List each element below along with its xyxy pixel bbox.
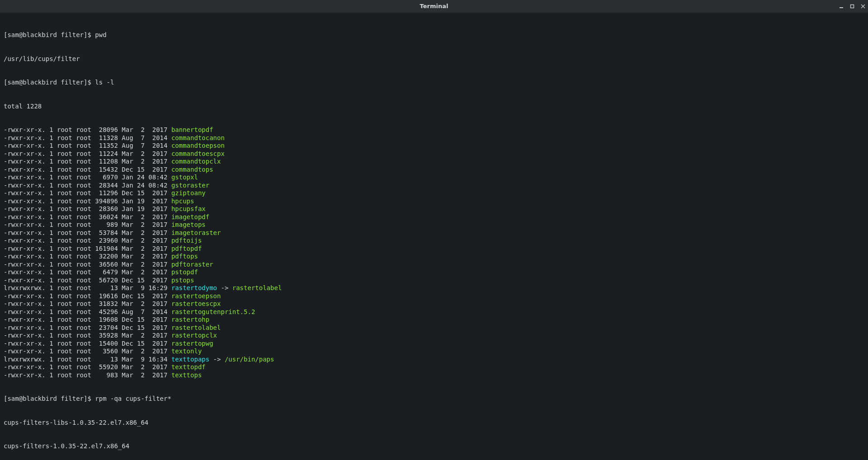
ls-row: -rwxr-xr-x. 1 root root 28096 Mar 2 2017… [4,126,864,134]
close-icon[interactable] [861,4,865,9]
file-name: pdftopdf [171,245,202,252]
file-meta: -rwxr-xr-x. 1 root root 55920 Mar 2 2017 [4,363,171,371]
file-name: pdftoraster [171,261,213,268]
command: rpm -qa cups-filter* [95,395,171,402]
symlink-arrow: -> [217,284,232,291]
ls-row: -rwxr-xr-x. 1 root root 56720 Dec 15 201… [4,277,864,285]
file-meta: -rwxr-xr-x. 1 root root 28360 Jan 19 201… [4,205,171,212]
ls-row: -rwxr-xr-x. 1 root root 11224 Mar 2 2017… [4,150,864,158]
ls-row: -rwxr-xr-x. 1 root root 15432 Dec 15 201… [4,166,864,174]
titlebar: Terminal [0,0,868,13]
terminal-area[interactable]: [sam@blackbird filter]$ pwd /usr/lib/cup… [0,13,868,460]
file-name: commandtoepson [171,142,225,149]
file-meta: -rwxr-xr-x. 1 root root 35928 Mar 2 2017 [4,332,171,339]
file-name: gstoraster [171,182,209,189]
output-line: total 1228 [4,103,864,111]
file-name: texttops [171,371,202,379]
symlink-target: rastertolabel [232,284,282,291]
prompt-line: [sam@blackbird filter]$ pwd [4,31,864,39]
ls-row: -rwxr-xr-x. 1 root root 394896 Jan 19 20… [4,197,864,206]
file-meta: -rwxr-xr-x. 1 root root 53784 Mar 2 2017 [4,229,171,236]
prompt: [sam@blackbird filter]$ [4,395,95,402]
file-name: commandtocanon [171,134,225,141]
ls-row: -rwxr-xr-x. 1 root root 19616 Dec 15 201… [4,292,864,300]
ls-row: -rwxr-xr-x. 1 root root 31832 Mar 2 2017… [4,300,864,308]
svg-rect-1 [851,5,854,8]
symlink-arrow: -> [209,356,225,363]
file-name: imagetopdf [171,213,209,221]
symlink-target: /usr/bin/paps [225,356,274,363]
file-name: hpcups [171,197,194,205]
ls-row: -rwxr-xr-x. 1 root root 32200 Mar 2 2017… [4,253,864,261]
ls-row: -rwxr-xr-x. 1 root root 3560 Mar 2 2017 … [4,347,864,356]
output-line: cups-filters-libs-1.0.35-22.el7.x86_64 [4,419,864,427]
file-name: rastertodymo [171,284,217,291]
prompt: [sam@blackbird filter]$ [4,31,95,38]
output-line: cups-filters-1.0.35-22.el7.x86_64 [4,442,864,451]
file-meta: -rwxr-xr-x. 1 root root 36560 Mar 2 2017 [4,261,171,268]
prompt: [sam@blackbird filter]$ [4,79,95,86]
file-meta: -rwxr-xr-x. 1 root root 11328 Aug 7 2014 [4,134,171,141]
ls-row: -rwxr-xr-x. 1 root root 989 Mar 2 2017 i… [4,221,864,229]
maximize-icon[interactable] [850,4,854,9]
ls-row: -rwxr-xr-x. 1 root root 11296 Dec 15 201… [4,189,864,197]
file-name: commandtops [171,166,213,173]
command: ls -l [95,79,114,86]
prompt-line: [sam@blackbird filter]$ ls -l [4,79,864,87]
file-meta: -rwxr-xr-x. 1 root root 161904 Mar 2 201… [4,245,171,252]
ls-row: -rwxr-xr-x. 1 root root 28344 Jan 24 08:… [4,182,864,190]
file-meta: -rwxr-xr-x. 1 root root 19616 Dec 15 201… [4,292,171,300]
file-meta: -rwxr-xr-x. 1 root root 6479 Mar 2 2017 [4,268,171,276]
file-meta: -rwxr-xr-x. 1 root root 28096 Mar 2 2017 [4,126,171,133]
ls-row: -rwxr-xr-x. 1 root root 6479 Mar 2 2017 … [4,268,864,277]
file-name: pdftops [171,253,198,260]
file-name: rastertopwg [171,340,213,347]
ls-row: -rwxr-xr-x. 1 root root 983 Mar 2 2017 t… [4,371,864,380]
file-meta: -rwxr-xr-x. 1 root root 31832 Mar 2 2017 [4,300,171,307]
file-name: commandtopclx [171,158,221,165]
file-name: pstopdf [171,268,198,276]
file-meta: -rwxr-xr-x. 1 root root 394896 Jan 19 20… [4,197,171,205]
ls-listing: -rwxr-xr-x. 1 root root 28096 Mar 2 2017… [4,126,864,379]
file-name: hpcupsfax [171,205,206,212]
file-name: rastertopclx [171,332,217,339]
ls-row: -rwxr-xr-x. 1 root root 19608 Dec 15 201… [4,316,864,324]
ls-row: -rwxr-xr-x. 1 root root 6970 Jan 24 08:4… [4,174,864,182]
window-controls [839,0,865,13]
file-meta: -rwxr-xr-x. 1 root root 36024 Mar 2 2017 [4,213,171,221]
ls-row: -rwxr-xr-x. 1 root root 11352 Aug 7 2014… [4,142,864,150]
file-meta: -rwxr-xr-x. 1 root root 45296 Aug 7 2014 [4,308,171,315]
command: pwd [95,31,106,38]
file-meta: -rwxr-xr-x. 1 root root 19608 Dec 15 201… [4,316,171,323]
ls-row: -rwxr-xr-x. 1 root root 36024 Mar 2 2017… [4,213,864,221]
file-meta: -rwxr-xr-x. 1 root root 15432 Dec 15 201… [4,166,171,173]
file-meta: -rwxr-xr-x. 1 root root 23704 Dec 15 201… [4,324,171,331]
ls-row: -rwxr-xr-x. 1 root root 45296 Aug 7 2014… [4,308,864,316]
prompt-line: [sam@blackbird filter]$ rpm -qa cups-fil… [4,395,864,403]
file-name: rastertolabel [171,324,221,331]
file-name: gstopxl [171,174,198,181]
ls-row: -rwxr-xr-x. 1 root root 161904 Mar 2 201… [4,245,864,253]
ls-row: -rwxr-xr-x. 1 root root 23704 Dec 15 201… [4,324,864,332]
ls-row: -rwxr-xr-x. 1 root root 55920 Mar 2 2017… [4,363,864,371]
file-meta: -rwxr-xr-x. 1 root root 11224 Mar 2 2017 [4,150,171,157]
file-meta: -rwxr-xr-x. 1 root root 23960 Mar 2 2017 [4,237,171,244]
file-name: texttopdf [171,363,206,371]
output-line: /usr/lib/cups/filter [4,55,864,63]
file-name: pstops [171,277,194,284]
file-meta: -rwxr-xr-x. 1 root root 989 Mar 2 2017 [4,221,171,228]
file-meta: -rwxr-xr-x. 1 root root 6970 Jan 24 08:4… [4,174,171,181]
ls-row: -rwxr-xr-x. 1 root root 11208 Mar 2 2017… [4,158,864,166]
file-name: pdftoijs [171,237,202,244]
file-meta: -rwxr-xr-x. 1 root root 15400 Dec 15 201… [4,340,171,347]
file-name: gziptoany [171,189,206,197]
file-name: imagetops [171,221,206,228]
file-meta: lrwxrwxrwx. 1 root root 13 Mar 9 16:29 [4,284,171,291]
ls-row: -rwxr-xr-x. 1 root root 53784 Mar 2 2017… [4,229,864,237]
file-name: textonly [171,347,202,355]
file-name: rastertohp [171,316,209,323]
minimize-icon[interactable] [839,4,844,9]
file-meta: -rwxr-xr-x. 1 root root 3560 Mar 2 2017 [4,347,171,355]
ls-row: lrwxrwxrwx. 1 root root 13 Mar 9 16:34 t… [4,356,864,364]
window-title: Terminal [420,2,448,10]
